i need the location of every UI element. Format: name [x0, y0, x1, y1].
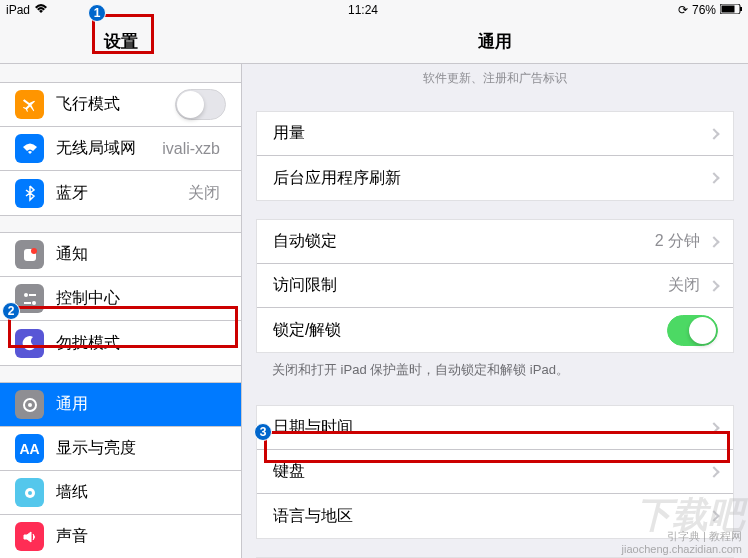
svg-rect-6: [29, 294, 36, 296]
sidebar-item-label: 无线局域网: [56, 138, 162, 159]
main-item-auto-lock[interactable]: 自动锁定 2 分钟: [257, 220, 733, 264]
sidebar-item-airplane[interactable]: 飞行模式: [0, 83, 241, 127]
sidebar-item-display[interactable]: AA 显示与亮度: [0, 427, 241, 471]
main-panel: 软件更新、注册和广告标识 用量 后台应用程序刷新 自动锁定 2 分钟 访问限制 …: [242, 64, 748, 558]
notifications-icon: [15, 240, 44, 269]
main-item-label: 锁定/解锁: [273, 320, 667, 341]
display-icon: AA: [15, 434, 44, 463]
lock-unlock-toggle[interactable]: [667, 315, 718, 346]
sidebar-item-bluetooth[interactable]: 蓝牙 关闭: [0, 171, 241, 215]
sidebar-item-notifications[interactable]: 通知: [0, 233, 241, 277]
main-item-label: 后台应用程序刷新: [273, 168, 706, 189]
chevron-right-icon: [708, 466, 719, 477]
bluetooth-value: 关闭: [188, 183, 220, 204]
wifi-icon: [34, 3, 48, 17]
svg-point-7: [32, 301, 36, 305]
airplane-icon: [15, 90, 44, 119]
main-item-keyboard[interactable]: 键盘: [257, 450, 733, 494]
sidebar-item-sound[interactable]: 声音: [0, 515, 241, 558]
main-item-usage[interactable]: 用量: [257, 112, 733, 156]
sidebar-item-label: 飞行模式: [56, 94, 175, 115]
chevron-right-icon: [708, 422, 719, 433]
main-item-restrictions[interactable]: 访问限制 关闭: [257, 264, 733, 308]
svg-rect-2: [740, 7, 742, 11]
sidebar-item-label: 蓝牙: [56, 183, 188, 204]
sidebar-item-label: 墙纸: [56, 482, 226, 503]
chevron-right-icon: [708, 128, 719, 139]
main-item-label: 自动锁定: [273, 231, 655, 252]
sidebar-item-dnd[interactable]: 勿扰模式: [0, 321, 241, 365]
airplane-toggle[interactable]: [175, 89, 226, 120]
sidebar-item-label: 通用: [56, 394, 226, 415]
main-item-date-time[interactable]: 日期与时间: [257, 406, 733, 450]
svg-point-4: [31, 248, 37, 254]
rotation-lock-icon: ⟳: [678, 3, 688, 17]
svg-point-5: [24, 293, 28, 297]
dnd-icon: [15, 329, 44, 358]
sound-icon: [15, 522, 44, 551]
battery-percent: 76%: [692, 3, 716, 17]
status-time: 11:24: [348, 3, 378, 17]
chevron-right-icon: [708, 236, 719, 247]
main-item-label: 日期与时间: [273, 417, 706, 438]
sidebar-item-label: 通知: [56, 244, 226, 265]
sidebar-item-control-center[interactable]: 控制中心: [0, 277, 241, 321]
restrictions-value: 关闭: [668, 275, 700, 296]
svg-rect-1: [722, 6, 735, 13]
svg-rect-8: [24, 302, 31, 304]
sidebar: 飞行模式 无线局域网 ivali-xzb 蓝牙 关闭 通知 控制中心: [0, 64, 242, 558]
auto-lock-value: 2 分钟: [655, 231, 700, 252]
header: 设置 通用: [0, 20, 748, 64]
main-item-lock-unlock[interactable]: 锁定/解锁: [257, 308, 733, 352]
sidebar-item-wifi[interactable]: 无线局域网 ivali-xzb: [0, 127, 241, 171]
device-label: iPad: [6, 3, 30, 17]
chevron-right-icon: [708, 172, 719, 183]
annotation-3: 3: [254, 423, 272, 441]
svg-point-12: [28, 491, 32, 495]
svg-point-10: [28, 403, 32, 407]
main-item-label: 用量: [273, 123, 706, 144]
lock-footnote: 关闭和打开 iPad 保护盖时，自动锁定和解锁 iPad。: [242, 353, 748, 387]
main-item-background-refresh[interactable]: 后台应用程序刷新: [257, 156, 733, 200]
status-bar: iPad 11:24 ⟳ 76%: [0, 0, 748, 20]
wallpaper-icon: [15, 478, 44, 507]
sidebar-item-label: 显示与亮度: [56, 438, 226, 459]
page-title-general: 通用: [242, 20, 748, 63]
annotation-1: 1: [88, 4, 106, 22]
wifi-value: ivali-xzb: [162, 140, 220, 158]
sidebar-item-wallpaper[interactable]: 墙纸: [0, 471, 241, 515]
battery-icon: [720, 3, 742, 17]
main-hint: 软件更新、注册和广告标识: [242, 64, 748, 93]
watermark-text: 引字典 | 教程网 jiaocheng.chazidian.com: [622, 530, 742, 556]
chevron-right-icon: [708, 280, 719, 291]
wifi-icon: [15, 134, 44, 163]
main-item-label: 访问限制: [273, 275, 668, 296]
sidebar-item-general[interactable]: 通用: [0, 383, 241, 427]
main-item-label: 键盘: [273, 461, 706, 482]
bluetooth-icon: [15, 179, 44, 208]
page-title-settings: 设置: [0, 20, 242, 63]
sidebar-item-label: 勿扰模式: [56, 333, 226, 354]
sidebar-item-label: 声音: [56, 526, 226, 547]
annotation-2: 2: [2, 302, 20, 320]
gear-icon: [15, 390, 44, 419]
sidebar-item-label: 控制中心: [56, 288, 226, 309]
